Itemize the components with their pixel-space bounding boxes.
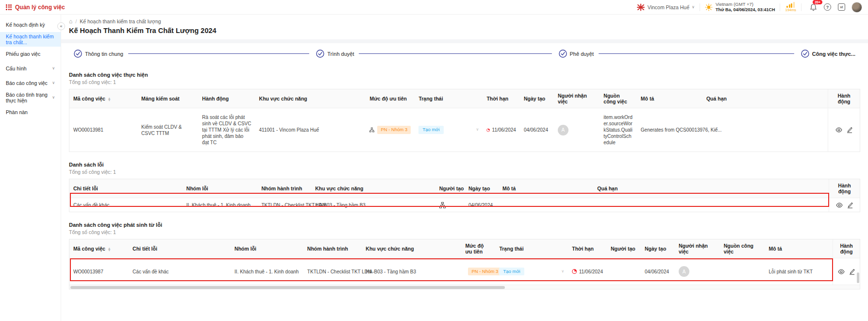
sidebar-item-phieu-giao-viec[interactable]: Phiếu giao việc — [0, 47, 61, 61]
col-header: Mô tả — [765, 239, 833, 258]
chevron-down-icon: ∨ — [52, 81, 55, 85]
view-eye-icon[interactable] — [838, 269, 845, 274]
edit-pencil-icon[interactable] — [847, 202, 853, 208]
section-errors-head: Danh sách lỗi Tổng số công việc: 1 — [69, 162, 860, 175]
timezone-widget[interactable]: Vietnam (GMT +7) Thứ Ba, 04/06/2024, 03:… — [705, 1, 775, 13]
deadline-date: 11/06/2024 — [579, 269, 603, 275]
col-header-actions: Hành động — [828, 89, 860, 108]
language-button[interactable]: vi — [838, 3, 845, 11]
overdue-clock-icon — [572, 269, 577, 274]
assignee-avatar[interactable]: A — [558, 125, 568, 135]
check-circle-icon — [74, 50, 82, 58]
sidebar-item-bao-cao-tinh-trang[interactable]: Báo cáo tình trạng thực hiện ∨ — [0, 90, 61, 105]
cell-work-source: item.workOrder.sourceWorkStatus.QualityC… — [600, 108, 637, 152]
sidebar-collapse-button[interactable]: « — [57, 22, 65, 30]
col-header: Nhóm hành trình — [257, 179, 311, 198]
org-selector[interactable]: Vincom Plaza Huế ∨ — [636, 3, 695, 12]
sort-icon[interactable]: ▲▼ — [108, 97, 110, 101]
step-label: Trình duyệt — [327, 51, 354, 57]
topbar-right: Vincom Plaza Huế ∨ Vietnam (GMT +7) Thứ … — [636, 0, 862, 14]
cell-assignee: A — [675, 258, 720, 285]
step-label: Công việc thực... — [812, 51, 855, 57]
work-table-header-row: Mã công việc▲▼ Mảng kiểm soát Hành động … — [69, 89, 860, 108]
help-button[interactable]: ? — [824, 3, 831, 11]
cell-journey-group: TKTLDN - Checklist TKT LDN — [303, 258, 362, 285]
chevron-down-icon[interactable]: ∨ — [561, 269, 564, 274]
home-icon[interactable]: ⌂ — [69, 18, 72, 25]
deadline-date: 11/06/2024 — [492, 127, 516, 133]
sidebar-item-label: Kế hoạch định kỳ — [6, 22, 45, 28]
section-total: Tổng số công việc: 1 — [69, 229, 860, 235]
col-header-code[interactable]: Mã công việc▲▼ — [69, 239, 129, 258]
col-header: Chi tiết lỗi — [69, 179, 183, 198]
sidebar-item-phan-nan[interactable]: Phàn nàn — [0, 105, 61, 119]
assignee-avatar[interactable]: A — [679, 266, 689, 277]
cell-priority: PN - Nhóm 3 — [461, 258, 495, 285]
vertical-scrollbar-thumb[interactable] — [857, 272, 859, 283]
errors-table-card: Chi tiết lỗi Nhóm lỗi Nhóm hành trình Kh… — [69, 179, 860, 212]
cell-error-detail: Các vấn đề khác — [69, 198, 183, 212]
col-header: Trạng thái — [415, 89, 483, 108]
work-table-row: WO00013981 Kiểm soát CLDV & CSVC TTTM Rà… — [69, 108, 860, 152]
language-icon: vi — [838, 3, 845, 11]
col-header: Ngày tạo — [465, 179, 499, 198]
col-header: Mô tả — [637, 89, 702, 108]
apps-grid-icon[interactable] — [6, 4, 12, 10]
cell-overdue — [593, 198, 829, 212]
view-eye-icon[interactable] — [836, 203, 843, 208]
sitemap-icon — [369, 127, 374, 133]
section-title: Danh sách lỗi — [69, 162, 860, 168]
col-header: Thời hạn — [483, 89, 520, 108]
sidebar-item-ke-hoach-thanh-kiem-tra[interactable]: Kế hoạch thanh kiểm tra chất... — [0, 32, 61, 47]
cell-created-date: 04/06/2024 — [641, 258, 675, 285]
sidebar-item-ke-hoach-dinh-ky[interactable]: Kế hoạch định kỳ — [0, 17, 61, 32]
sidebar-item-label: Cấu hình — [6, 66, 27, 71]
cell-actions — [829, 198, 860, 212]
step-cong-viec-thuc-hien[interactable]: Công việc thực... — [801, 50, 855, 58]
col-header: Ngày tạo — [520, 89, 554, 108]
edit-pencil-icon[interactable] — [849, 269, 855, 275]
topbar: Quản lý công việc Vincom Plaza Huế ∨ — [0, 0, 868, 15]
divider — [700, 3, 700, 11]
cell-status: Tạo mới ∨ — [495, 258, 568, 285]
col-header: Hành động — [198, 89, 255, 108]
step-phe-duyet[interactable]: Phê duyệt — [559, 50, 801, 58]
divider — [780, 3, 780, 11]
notifications-button[interactable]: 20+ — [810, 3, 817, 11]
brand: Quản lý công việc — [6, 4, 65, 11]
status-badge: Tạo mới — [418, 126, 443, 134]
app-title: Quản lý công việc — [15, 4, 65, 11]
errors-table: Chi tiết lỗi Nhóm lỗi Nhóm hành trình Kh… — [69, 179, 860, 212]
sort-icon[interactable]: ▲▼ — [108, 247, 110, 252]
cell-assignee: A — [554, 108, 600, 152]
col-header: Người nhận việc — [675, 239, 720, 258]
col-header: Mô tả — [499, 179, 593, 198]
col-header-code[interactable]: Mã công việc▲▼ — [69, 89, 137, 108]
section-title: Danh sách công việc phát sinh từ lỗi — [69, 222, 860, 228]
generated-table-header-row: Mã công việc▲▼ Chi tiết lỗi Nhóm lỗi Nhó… — [69, 239, 860, 258]
step-thong-tin-chung[interactable]: Thông tin chung — [74, 50, 316, 58]
section-generated-head: Danh sách công việc phát sinh từ lỗi Tổn… — [69, 222, 860, 235]
step-trinh-duyet[interactable]: Trình duyệt — [316, 50, 558, 58]
network-status: 194ms — [785, 2, 796, 12]
col-header: Thời hạn — [568, 239, 607, 258]
cell-action-desc: Rà soát các lỗi phát sinh về CLDV & CSVC… — [198, 108, 255, 152]
user-avatar[interactable] — [851, 2, 862, 13]
horizontal-scrollbar[interactable] — [69, 285, 860, 289]
cell-work-code: WO00013981 — [69, 108, 137, 152]
sidebar-item-bao-cao-cong-viec[interactable]: Báo cáo công việc ∨ — [0, 76, 61, 90]
view-eye-icon[interactable] — [835, 127, 842, 133]
app-body: Kế hoạch định kỳ Kế hoạch thanh kiểm tra… — [0, 15, 868, 321]
vincom-logo-icon — [636, 3, 645, 12]
timezone-label: Vietnam (GMT +7) — [716, 1, 775, 7]
content-head: ⌂ / Kế hoạch thanh kiểm tra chất lượng K… — [61, 15, 868, 36]
step-connector — [128, 53, 309, 54]
edit-pencil-icon[interactable] — [847, 127, 852, 133]
col-header: Quá hạn — [593, 179, 829, 198]
breadcrumb-current[interactable]: Kế hoạch thanh kiểm tra chất lượng — [80, 18, 161, 24]
scrollbar-thumb[interactable] — [70, 286, 505, 289]
sidebar-item-cau-hinh[interactable]: Cấu hình ∨ — [0, 61, 61, 76]
notification-badge: 20+ — [813, 0, 822, 4]
chevron-down-icon[interactable]: ∨ — [476, 127, 479, 132]
weather-sun-icon — [705, 3, 713, 11]
